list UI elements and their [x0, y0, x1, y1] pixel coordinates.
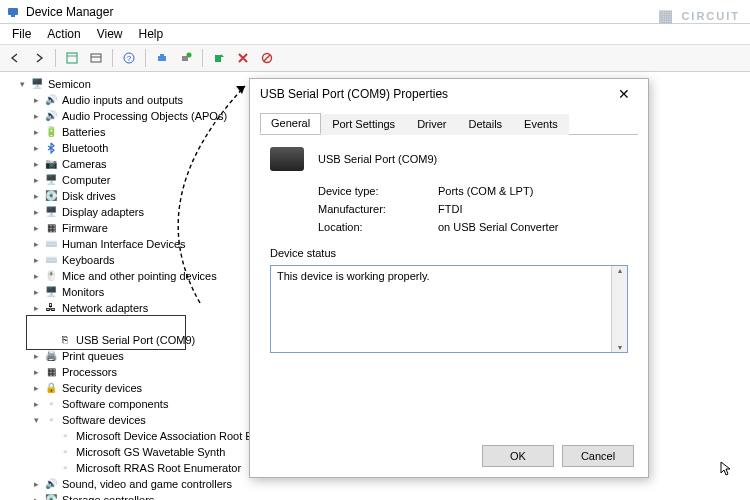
tree-item[interactable]: ▸🔊Audio Processing Objects (APOs) [30, 108, 227, 124]
tree-item[interactable]: ▸🔊Audio inputs and outputs [30, 92, 183, 108]
tree-item[interactable]: ▸🖧Network adapters [30, 300, 148, 316]
tree-item[interactable]: ▸🔊Sound, video and game controllers [30, 476, 232, 492]
expand-icon[interactable]: ▸ [30, 350, 42, 362]
tree-item[interactable]: ▫️Microsoft RRAS Root Enumerator [44, 460, 241, 476]
tree-item-label: Network adapters [62, 300, 148, 316]
expand-icon[interactable]: ▸ [30, 206, 42, 218]
device-name: USB Serial Port (COM9) [318, 153, 437, 165]
tree-item-com-port[interactable]: ⎘USB Serial Port (COM9) [44, 332, 195, 348]
titlebar: Device Manager [0, 0, 750, 24]
close-button[interactable]: ✕ [610, 83, 638, 105]
printer-icon: 🖨️ [44, 349, 58, 363]
tree-item[interactable]: ▸🖨️Print queues [30, 348, 124, 364]
tree-item-label: Software components [62, 396, 168, 412]
device-status-textbox[interactable]: This device is working properly. ▴ ▾ [270, 265, 628, 353]
cpu-icon: ▦ [44, 365, 58, 379]
expand-icon[interactable]: ▸ [30, 142, 42, 154]
expand-icon[interactable]: ▸ [30, 366, 42, 378]
add-button[interactable] [175, 47, 197, 69]
cancel-button[interactable]: Cancel [562, 445, 634, 467]
tree-item[interactable]: ▸⌨️Human Interface Devices [30, 236, 186, 252]
tree-item[interactable]: ▸🔒Security devices [30, 380, 142, 396]
tree-item[interactable]: ▸💽Storage controllers [30, 492, 154, 500]
update-button[interactable] [208, 47, 230, 69]
menu-help[interactable]: Help [131, 25, 172, 43]
tree-item[interactable]: ▸▦Firmware [30, 220, 108, 236]
expand-icon[interactable]: ▸ [30, 302, 42, 314]
tree-item-label: Firmware [62, 220, 108, 236]
expand-icon[interactable]: ▸ [30, 478, 42, 490]
tree-item[interactable]: ▸📷Cameras [30, 156, 107, 172]
tree-item[interactable]: ▫️Microsoft Device Association Root E [44, 428, 253, 444]
tree-item[interactable]: ▸💽Disk drives [30, 188, 116, 204]
menu-view[interactable]: View [89, 25, 131, 43]
expand-icon[interactable]: ▸ [30, 126, 42, 138]
expand-icon[interactable]: ▸ [30, 190, 42, 202]
back-button[interactable] [4, 47, 26, 69]
tree-item[interactable]: ▸⌨️Keyboards [30, 252, 115, 268]
expand-icon[interactable]: ▸ [30, 382, 42, 394]
tree-item[interactable]: ▸🔋Batteries [30, 124, 105, 140]
toolbar-separator [202, 49, 203, 67]
expand-icon[interactable]: ▸ [30, 494, 42, 500]
software-icon: ▫️ [58, 429, 72, 443]
tree-item-label: Human Interface Devices [62, 236, 186, 252]
menu-file[interactable]: File [4, 25, 39, 43]
collapse-icon[interactable]: ▾ [16, 78, 28, 90]
value-manufacturer: FTDI [438, 203, 462, 215]
tree-item-label: Cameras [62, 156, 107, 172]
tree-item-label: Microsoft GS Wavetable Synth [76, 444, 225, 460]
expand-icon[interactable]: ▸ [30, 174, 42, 186]
help-button[interactable]: ? [118, 47, 140, 69]
show-hide-button[interactable] [61, 47, 83, 69]
tab-driver[interactable]: Driver [406, 114, 457, 135]
audio-icon: 🔊 [44, 109, 58, 123]
properties-button[interactable] [85, 47, 107, 69]
tree-item-label: Processors [62, 364, 117, 380]
device-icon [270, 147, 304, 171]
disable-button[interactable] [256, 47, 278, 69]
software-icon: ▫️ [44, 413, 58, 427]
tab-general[interactable]: General [260, 113, 321, 134]
expand-icon[interactable]: ▸ [30, 286, 42, 298]
expand-icon[interactable]: ▸ [30, 94, 42, 106]
expand-icon[interactable]: ▸ [30, 270, 42, 282]
scrollbar[interactable]: ▴ ▾ [611, 266, 627, 352]
tree-item-label: Software devices [62, 412, 146, 428]
tab-port-settings[interactable]: Port Settings [321, 114, 406, 135]
svg-text:?: ? [127, 54, 132, 63]
tab-events[interactable]: Events [513, 114, 569, 135]
tree-item-label: Microsoft RRAS Root Enumerator [76, 460, 241, 476]
expand-icon[interactable]: ▸ [30, 238, 42, 250]
audio-icon: 🔊 [44, 93, 58, 107]
tree-item[interactable]: ▸🖥️Display adapters [30, 204, 144, 220]
expand-icon[interactable]: ▸ [30, 254, 42, 266]
collapse-icon[interactable]: ▾ [30, 414, 42, 426]
menu-action[interactable]: Action [39, 25, 88, 43]
scan-button[interactable] [151, 47, 173, 69]
expand-icon[interactable]: ▸ [30, 110, 42, 122]
ok-button[interactable]: OK [482, 445, 554, 467]
svg-point-11 [187, 53, 192, 58]
toolbar-separator [112, 49, 113, 67]
tree-item[interactable]: ▸🖥️Monitors [30, 284, 104, 300]
tree-item[interactable]: ▸▫️Software components [30, 396, 168, 412]
expand-icon[interactable]: ▸ [30, 222, 42, 234]
tree-item[interactable]: ▸Bluetooth [30, 140, 108, 156]
expand-icon[interactable]: ▸ [30, 398, 42, 410]
tree-item-label: Print queues [62, 348, 124, 364]
storage-icon: 💽 [44, 493, 58, 500]
tree-item[interactable]: ▸▦Processors [30, 364, 117, 380]
tree-item[interactable]: ▫️Microsoft GS Wavetable Synth [44, 444, 225, 460]
expand-icon[interactable]: ▸ [30, 158, 42, 170]
uninstall-button[interactable] [232, 47, 254, 69]
tab-details[interactable]: Details [457, 114, 513, 135]
forward-button[interactable] [28, 47, 50, 69]
network-icon: 🖧 [44, 301, 58, 315]
tree-item[interactable]: ▸🖥️Computer [30, 172, 110, 188]
tree-item[interactable]: ▸🖱️Mice and other pointing devices [30, 268, 217, 284]
watermark-text: CIRCUIT [681, 10, 740, 22]
dialog-title: USB Serial Port (COM9) Properties [260, 87, 448, 101]
svg-rect-10 [182, 56, 188, 61]
label-location: Location: [318, 221, 438, 233]
